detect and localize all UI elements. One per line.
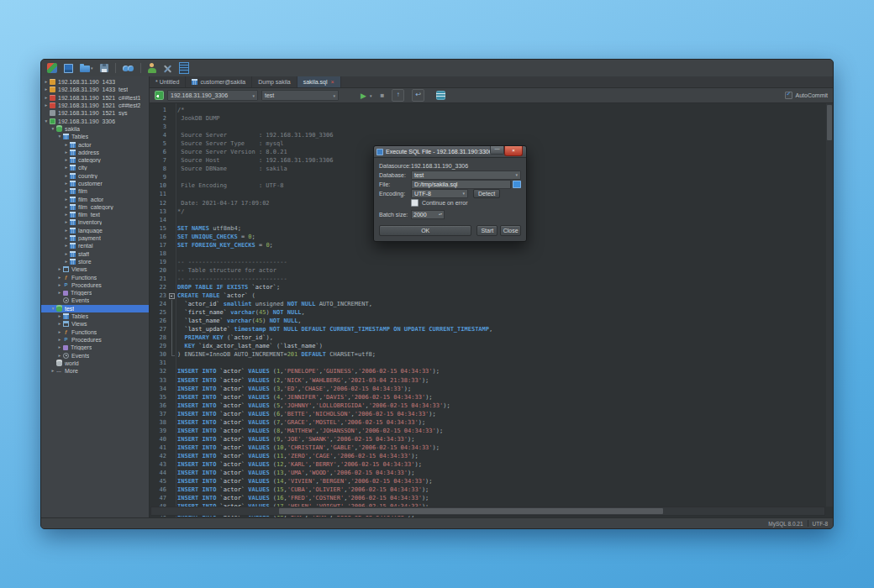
tab-sakila-sql[interactable]: sakila.sql×: [297, 76, 341, 87]
tree-item-tables[interactable]: ▸Tables: [41, 312, 149, 320]
tree-item-192-168-31-190-3306[interactable]: ▾192.168.31.190_3306: [41, 117, 149, 124]
execute-file-button[interactable]: ↑: [392, 89, 404, 102]
expand-icon[interactable]: ▸: [56, 336, 63, 344]
expand-icon[interactable]: ▸: [50, 367, 56, 375]
tab-untitled[interactable]: * Untitled: [150, 76, 186, 87]
tree-item-category[interactable]: ▸category: [41, 156, 149, 164]
expand-icon[interactable]: ▸: [63, 242, 70, 249]
new-window-button[interactable]: [61, 61, 76, 75]
expand-icon[interactable]: ▸: [63, 218, 70, 226]
tab-customer-sakila[interactable]: customer@sakila: [186, 76, 252, 87]
tree-item-triggers[interactable]: ▸Triggers: [41, 289, 149, 297]
tree-item-film-text[interactable]: ▸film_text: [41, 211, 149, 218]
expand-icon[interactable]: ▸: [63, 203, 70, 211]
start-button[interactable]: Start: [476, 225, 498, 236]
close-dialog-button[interactable]: Close: [500, 225, 521, 236]
expand-icon[interactable]: ▸: [43, 102, 50, 109]
expand-icon[interactable]: ▸: [63, 234, 70, 242]
expand-icon[interactable]: ▸: [63, 227, 70, 234]
expand-icon[interactable]: ▸: [63, 156, 70, 164]
horizontal-scrollbar-thumb[interactable]: [279, 508, 663, 514]
tree-item-events[interactable]: Events: [41, 297, 149, 304]
vertical-scrollbar[interactable]: [826, 103, 833, 507]
expand-icon[interactable]: ▸: [56, 344, 63, 351]
tree-item-events[interactable]: ▸Events: [41, 351, 149, 359]
autocommit-toggle[interactable]: AutoCommit: [785, 92, 828, 99]
encoding-dropdown[interactable]: UTF-8 ▾: [411, 189, 468, 198]
expand-icon[interactable]: ▸: [63, 211, 70, 218]
tree-item-views[interactable]: ▸Views: [41, 320, 149, 328]
expand-icon[interactable]: ▸: [56, 265, 63, 273]
stop-button[interactable]: ■: [380, 92, 384, 99]
rollback-button[interactable]: ↩: [412, 89, 424, 102]
tree-item-language[interactable]: ▸language: [41, 227, 149, 234]
expand-icon[interactable]: ▾: [56, 133, 63, 140]
dialog-title-bar[interactable]: Execute SQL File - 192.168.31.190:3306 —…: [374, 146, 526, 158]
user-button[interactable]: [145, 61, 159, 75]
run-options-button[interactable]: ▾: [370, 93, 372, 98]
open-folder-button[interactable]: ▾: [77, 61, 96, 75]
minimize-button[interactable]: —: [490, 146, 504, 155]
tree-item-192-168-31-190-1521-sys[interactable]: 192.168.31.190_1521_sys: [41, 109, 149, 117]
expand-icon[interactable]: ▸: [56, 281, 63, 289]
batch-size-spinner[interactable]: 2000 ▴▾: [411, 210, 445, 219]
tree-item-film-category[interactable]: ▸film_category: [41, 203, 149, 211]
tree-item-address[interactable]: ▸address: [41, 149, 149, 156]
expand-icon[interactable]: ▸: [43, 86, 50, 93]
tree-item-192-168-31-190-1433-test[interactable]: ▸192.168.31.190_1433_test: [41, 86, 149, 93]
expand-icon[interactable]: ▸: [63, 196, 70, 203]
tree-item-test[interactable]: ▾test: [41, 305, 149, 312]
expand-icon[interactable]: ▸: [56, 312, 63, 320]
report-button[interactable]: [176, 61, 192, 75]
tree-item-functions[interactable]: ▸ƒFunctions: [41, 273, 149, 281]
tab-dump-sakila[interactable]: Dump sakila: [252, 76, 297, 87]
expand-icon[interactable]: ▸: [63, 141, 70, 149]
expand-icon[interactable]: ▸: [43, 78, 50, 86]
tree-item-country[interactable]: ▸country: [41, 172, 149, 180]
ok-button[interactable]: OK: [379, 225, 471, 236]
expand-icon[interactable]: ▸: [56, 320, 63, 328]
save-button[interactable]: [97, 61, 111, 75]
expand-icon[interactable]: ▸: [63, 180, 70, 187]
expand-icon[interactable]: ▸: [56, 328, 63, 336]
tree-item-customer[interactable]: ▸customer: [41, 180, 149, 187]
tree-item-procedures[interactable]: ▸PProcedures: [41, 336, 149, 344]
tree-item-sakila[interactable]: ▾sakila: [41, 125, 149, 133]
expand-icon[interactable]: ▸: [43, 94, 50, 102]
run-button[interactable]: ▶: [361, 92, 366, 100]
expand-icon[interactable]: ▾: [43, 118, 50, 125]
tree-item-film[interactable]: ▸film: [41, 187, 149, 195]
expand-icon[interactable]: ▾: [50, 125, 56, 133]
tree-item-rental[interactable]: ▸rental: [41, 242, 149, 249]
vertical-scrollbar-thumb[interactable]: [827, 105, 832, 140]
search-button[interactable]: [120, 61, 136, 75]
expand-icon[interactable]: ▸: [63, 250, 70, 258]
connection-select[interactable]: 192.168.31.190_3306 ▾: [167, 90, 258, 101]
tree-item-actor[interactable]: ▸actor: [41, 140, 149, 148]
detect-button[interactable]: Detect: [473, 189, 500, 198]
browse-file-button[interactable]: [513, 181, 521, 188]
tree-item-tables[interactable]: ▾Tables: [41, 133, 149, 140]
tree-item-192-168-31-190-1433[interactable]: ▸192.168.31.190_1433: [41, 78, 149, 86]
file-input[interactable]: D:/tmp/sakila.sql: [411, 180, 511, 189]
expand-icon[interactable]: ▸: [56, 274, 63, 281]
tree-item-film-actor[interactable]: ▸film_actor: [41, 195, 149, 202]
transaction-button[interactable]: [436, 91, 445, 100]
tree-item-procedures[interactable]: ▸PProcedures: [41, 281, 149, 289]
tree-item-functions[interactable]: ▸ƒFunctions: [41, 328, 149, 336]
tree-item-payment[interactable]: ▸payment: [41, 234, 149, 242]
expand-icon[interactable]: ▾: [50, 305, 56, 312]
expand-icon[interactable]: ▸: [56, 289, 63, 297]
close-button[interactable]: ×: [504, 146, 523, 156]
expand-icon[interactable]: ▸: [63, 187, 70, 195]
tree-item-192-168-31-190-1521-c-test1[interactable]: ▸192.168.31.190_1521_c##test1: [41, 94, 149, 102]
close-icon[interactable]: ×: [331, 77, 334, 87]
fold-collapse-icon[interactable]: [168, 291, 176, 300]
tree-item-triggers[interactable]: ▸Triggers: [41, 344, 149, 351]
tools-button[interactable]: [161, 61, 175, 75]
tree-item-staff[interactable]: ▸staff: [41, 250, 149, 258]
expand-icon[interactable]: ▸: [63, 172, 70, 180]
expand-icon[interactable]: ▸: [63, 258, 70, 265]
continue-on-error-checkbox[interactable]: [411, 199, 419, 207]
tree-item-world[interactable]: world: [41, 360, 149, 367]
